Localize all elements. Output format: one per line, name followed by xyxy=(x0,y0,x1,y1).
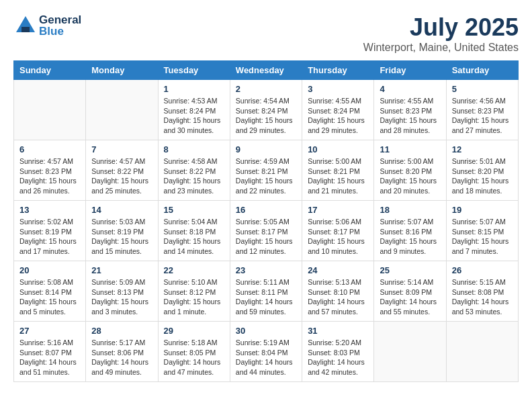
day-number: 8 xyxy=(164,144,224,154)
day-number: 11 xyxy=(380,144,440,154)
day-info: Sunrise: 4:55 AM Sunset: 8:24 PM Dayligh… xyxy=(308,96,368,136)
calendar-cell: 2Sunrise: 4:54 AM Sunset: 8:24 PM Daylig… xyxy=(230,80,302,140)
calendar-cell xyxy=(86,80,158,140)
calendar-cell: 15Sunrise: 5:04 AM Sunset: 8:18 PM Dayli… xyxy=(158,201,230,261)
day-number: 10 xyxy=(308,144,368,154)
calendar-cell: 22Sunrise: 5:10 AM Sunset: 8:12 PM Dayli… xyxy=(158,261,230,322)
weekday-header-saturday: Saturday xyxy=(446,61,518,80)
calendar-cell: 23Sunrise: 5:11 AM Sunset: 8:11 PM Dayli… xyxy=(230,261,302,322)
week-row-4: 20Sunrise: 5:08 AM Sunset: 8:14 PM Dayli… xyxy=(14,261,519,322)
weekday-header-tuesday: Tuesday xyxy=(158,61,230,80)
day-number: 31 xyxy=(308,326,368,336)
day-info: Sunrise: 5:10 AM Sunset: 8:12 PM Dayligh… xyxy=(164,277,224,317)
day-info: Sunrise: 5:18 AM Sunset: 8:05 PM Dayligh… xyxy=(164,338,224,377)
logo-blue-text: Blue xyxy=(39,26,81,37)
calendar-cell: 24Sunrise: 5:13 AM Sunset: 8:10 PM Dayli… xyxy=(302,261,374,322)
calendar-cell: 25Sunrise: 5:14 AM Sunset: 8:09 PM Dayli… xyxy=(374,261,446,322)
calendar-cell: 12Sunrise: 5:01 AM Sunset: 8:20 PM Dayli… xyxy=(446,140,518,201)
day-info: Sunrise: 5:14 AM Sunset: 8:09 PM Dayligh… xyxy=(380,277,440,317)
title-section: July 2025 Winterport, Maine, United Stat… xyxy=(363,13,519,54)
week-row-3: 13Sunrise: 5:02 AM Sunset: 8:19 PM Dayli… xyxy=(14,201,519,261)
day-info: Sunrise: 5:05 AM Sunset: 8:17 PM Dayligh… xyxy=(236,217,296,257)
calendar-cell: 1Sunrise: 4:53 AM Sunset: 8:24 PM Daylig… xyxy=(158,80,230,140)
day-info: Sunrise: 4:55 AM Sunset: 8:23 PM Dayligh… xyxy=(380,96,440,136)
weekday-header-thursday: Thursday xyxy=(302,61,374,80)
day-number: 9 xyxy=(236,144,296,154)
day-number: 20 xyxy=(19,265,80,275)
weekday-header-wednesday: Wednesday xyxy=(230,61,302,80)
calendar-cell: 29Sunrise: 5:18 AM Sunset: 8:05 PM Dayli… xyxy=(158,322,230,382)
page-header: General Blue July 2025 Winterport, Maine… xyxy=(13,13,519,54)
day-info: Sunrise: 5:16 AM Sunset: 8:07 PM Dayligh… xyxy=(19,338,80,377)
weekday-header-sunday: Sunday xyxy=(14,61,86,80)
day-info: Sunrise: 4:57 AM Sunset: 8:22 PM Dayligh… xyxy=(91,156,152,196)
svg-rect-2 xyxy=(21,27,30,32)
logo-icon xyxy=(13,13,38,38)
day-number: 15 xyxy=(164,205,224,215)
day-number: 1 xyxy=(164,84,224,94)
calendar-cell: 11Sunrise: 5:00 AM Sunset: 8:20 PM Dayli… xyxy=(374,140,446,201)
calendar-cell xyxy=(446,322,518,382)
calendar-cell: 18Sunrise: 5:07 AM Sunset: 8:16 PM Dayli… xyxy=(374,201,446,261)
calendar-cell: 10Sunrise: 5:00 AM Sunset: 8:21 PM Dayli… xyxy=(302,140,374,201)
day-info: Sunrise: 5:19 AM Sunset: 8:04 PM Dayligh… xyxy=(236,338,296,377)
day-info: Sunrise: 5:04 AM Sunset: 8:18 PM Dayligh… xyxy=(164,217,224,257)
day-number: 28 xyxy=(91,326,152,336)
day-info: Sunrise: 4:54 AM Sunset: 8:24 PM Dayligh… xyxy=(236,96,296,136)
day-info: Sunrise: 5:08 AM Sunset: 8:14 PM Dayligh… xyxy=(19,277,80,317)
week-row-2: 6Sunrise: 4:57 AM Sunset: 8:23 PM Daylig… xyxy=(14,140,519,201)
calendar-table: SundayMondayTuesdayWednesdayThursdayFrid… xyxy=(13,60,519,382)
calendar-cell: 13Sunrise: 5:02 AM Sunset: 8:19 PM Dayli… xyxy=(14,201,86,261)
calendar-cell: 4Sunrise: 4:55 AM Sunset: 8:23 PM Daylig… xyxy=(374,80,446,140)
calendar-cell: 8Sunrise: 4:58 AM Sunset: 8:22 PM Daylig… xyxy=(158,140,230,201)
calendar-cell: 3Sunrise: 4:55 AM Sunset: 8:24 PM Daylig… xyxy=(302,80,374,140)
day-info: Sunrise: 5:13 AM Sunset: 8:10 PM Dayligh… xyxy=(308,277,368,317)
calendar-cell: 27Sunrise: 5:16 AM Sunset: 8:07 PM Dayli… xyxy=(14,322,86,382)
calendar-cell: 16Sunrise: 5:05 AM Sunset: 8:17 PM Dayli… xyxy=(230,201,302,261)
day-number: 4 xyxy=(380,84,440,94)
weekday-header-row: SundayMondayTuesdayWednesdayThursdayFrid… xyxy=(14,61,519,80)
day-number: 3 xyxy=(308,84,368,94)
calendar-cell: 30Sunrise: 5:19 AM Sunset: 8:04 PM Dayli… xyxy=(230,322,302,382)
calendar-cell: 14Sunrise: 5:03 AM Sunset: 8:19 PM Dayli… xyxy=(86,201,158,261)
day-info: Sunrise: 5:06 AM Sunset: 8:17 PM Dayligh… xyxy=(308,217,368,257)
day-number: 14 xyxy=(91,205,152,215)
day-number: 22 xyxy=(164,265,224,275)
calendar-cell: 6Sunrise: 4:57 AM Sunset: 8:23 PM Daylig… xyxy=(14,140,86,201)
calendar-cell: 21Sunrise: 5:09 AM Sunset: 8:13 PM Dayli… xyxy=(86,261,158,322)
day-number: 30 xyxy=(236,326,296,336)
day-info: Sunrise: 5:01 AM Sunset: 8:20 PM Dayligh… xyxy=(452,156,513,196)
day-number: 12 xyxy=(452,144,513,154)
calendar-cell: 19Sunrise: 5:07 AM Sunset: 8:15 PM Dayli… xyxy=(446,201,518,261)
calendar-cell xyxy=(374,322,446,382)
day-number: 7 xyxy=(91,144,152,154)
day-info: Sunrise: 5:07 AM Sunset: 8:15 PM Dayligh… xyxy=(452,217,513,257)
day-number: 19 xyxy=(452,205,513,215)
day-number: 24 xyxy=(308,265,368,275)
logo-general-text: General xyxy=(39,14,81,26)
weekday-header-friday: Friday xyxy=(374,61,446,80)
calendar-cell: 9Sunrise: 4:59 AM Sunset: 8:21 PM Daylig… xyxy=(230,140,302,201)
weekday-header-monday: Monday xyxy=(86,61,158,80)
day-info: Sunrise: 5:03 AM Sunset: 8:19 PM Dayligh… xyxy=(91,217,152,257)
day-info: Sunrise: 4:59 AM Sunset: 8:21 PM Dayligh… xyxy=(236,156,296,196)
calendar-cell: 26Sunrise: 5:15 AM Sunset: 8:08 PM Dayli… xyxy=(446,261,518,322)
day-number: 5 xyxy=(452,84,513,94)
logo: General Blue xyxy=(13,13,81,38)
day-number: 26 xyxy=(452,265,513,275)
calendar-cell: 5Sunrise: 4:56 AM Sunset: 8:23 PM Daylig… xyxy=(446,80,518,140)
calendar-cell: 7Sunrise: 4:57 AM Sunset: 8:22 PM Daylig… xyxy=(86,140,158,201)
calendar-cell: 20Sunrise: 5:08 AM Sunset: 8:14 PM Dayli… xyxy=(14,261,86,322)
week-row-5: 27Sunrise: 5:16 AM Sunset: 8:07 PM Dayli… xyxy=(14,322,519,382)
day-number: 16 xyxy=(236,205,296,215)
calendar-cell xyxy=(14,80,86,140)
day-info: Sunrise: 5:00 AM Sunset: 8:21 PM Dayligh… xyxy=(308,156,368,196)
month-year-title: July 2025 xyxy=(363,13,519,42)
calendar-cell: 28Sunrise: 5:17 AM Sunset: 8:06 PM Dayli… xyxy=(86,322,158,382)
day-info: Sunrise: 4:53 AM Sunset: 8:24 PM Dayligh… xyxy=(164,96,224,136)
day-number: 25 xyxy=(380,265,440,275)
day-info: Sunrise: 4:57 AM Sunset: 8:23 PM Dayligh… xyxy=(19,156,80,196)
day-number: 18 xyxy=(380,205,440,215)
day-number: 23 xyxy=(236,265,296,275)
location-subtitle: Winterport, Maine, United States xyxy=(363,42,519,54)
